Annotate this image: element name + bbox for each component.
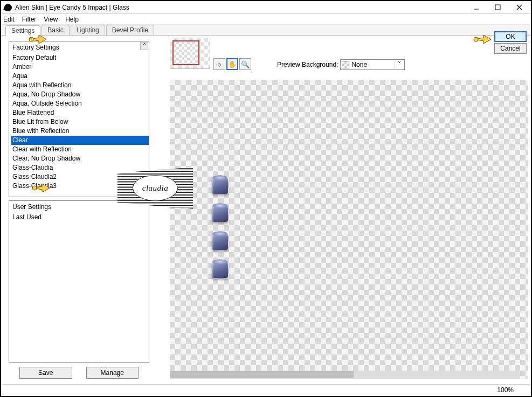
magnifier-icon: 🔍 xyxy=(241,60,250,68)
action-buttons: OK Cancel xyxy=(494,31,528,55)
preview-panel: ⟐ ✋ 🔍 Preview Background: None ˅ OK Canc… xyxy=(156,37,531,383)
list-item[interactable]: Aqua, Outside Selection xyxy=(11,99,149,108)
navigator-tool[interactable]: ⟐ xyxy=(213,58,225,70)
statusbar: 100% xyxy=(2,384,530,395)
preview-background-value: None xyxy=(351,61,367,68)
factory-settings-header: Factory Settings xyxy=(11,43,149,53)
preview-scrollbar-horizontal[interactable] xyxy=(170,371,520,379)
transparency-swatch-icon xyxy=(342,61,349,68)
navigator-icon: ⟐ xyxy=(217,60,222,68)
user-settings-header: User Settings xyxy=(11,202,149,213)
app-icon xyxy=(3,3,13,12)
list-item[interactable]: Blue Lit from Below xyxy=(11,117,149,127)
chevron-down-icon: ˅ xyxy=(395,61,403,68)
hand-icon: ✋ xyxy=(228,60,237,68)
save-button[interactable]: Save xyxy=(19,367,72,379)
tab-basic[interactable]: Basic xyxy=(42,25,69,35)
ok-button[interactable]: OK xyxy=(494,31,527,42)
user-settings-list[interactable]: User Settings Last Used xyxy=(9,200,149,363)
preview-object xyxy=(212,177,228,194)
list-item[interactable]: Clear, No Drop Shadow xyxy=(11,154,149,163)
maximize-button[interactable] xyxy=(487,2,508,13)
list-item[interactable]: Aqua with Reflection xyxy=(11,81,149,90)
thumbnail-selected[interactable] xyxy=(172,40,199,65)
titlebar: Alien Skin | Eye Candy 5 Impact | Glass xyxy=(1,1,531,14)
pan-tool[interactable]: ✋ xyxy=(226,58,238,70)
tab-lighting[interactable]: Lighting xyxy=(71,25,105,35)
menubar: Edit Filter View Help xyxy=(1,14,531,25)
preview-object xyxy=(212,233,228,250)
settings-panel: ˄ Factory Settings Factory DefaultAmberA… xyxy=(1,37,156,383)
svg-rect-1 xyxy=(495,5,500,10)
window-title: Alien Skin | Eye Candy 5 Impact | Glass xyxy=(15,4,129,11)
menu-help[interactable]: Help xyxy=(65,16,79,23)
preview-object xyxy=(212,261,228,278)
list-item[interactable]: Clear xyxy=(11,136,149,145)
zoom-level: 100% xyxy=(497,386,514,394)
menu-edit[interactable]: Edit xyxy=(3,16,15,23)
cancel-button[interactable]: Cancel xyxy=(494,43,527,54)
list-item[interactable]: Clear with Reflection xyxy=(11,145,149,154)
preview-background-select[interactable]: None ˅ xyxy=(340,59,405,70)
list-item[interactable]: Amber xyxy=(11,62,149,72)
list-item[interactable]: Factory Default xyxy=(11,53,149,62)
menu-view[interactable]: View xyxy=(44,16,58,23)
scroll-up-icon[interactable]: ˄ xyxy=(140,42,148,50)
preview-background-label: Preview Background: xyxy=(277,61,338,68)
preview-toolbar: ⟐ ✋ 🔍 xyxy=(213,58,251,70)
minimize-button[interactable] xyxy=(465,2,487,13)
list-item[interactable]: Last Used xyxy=(11,213,149,222)
list-item[interactable]: Aqua, No Drop Shadow xyxy=(11,90,149,99)
menu-filter[interactable]: Filter xyxy=(22,16,37,23)
zoom-tool[interactable]: 🔍 xyxy=(239,58,251,70)
tab-bevel-profile[interactable]: Bevel Profile xyxy=(106,25,154,35)
preview-background-control: Preview Background: None ˅ xyxy=(277,59,405,70)
scrollbar-thumb[interactable] xyxy=(170,371,354,378)
close-button[interactable] xyxy=(508,2,530,13)
tabstrip: Settings Basic Lighting Bevel Profile xyxy=(1,25,531,36)
manage-button[interactable]: Manage xyxy=(86,367,139,379)
list-item[interactable]: Glass-Claudia xyxy=(11,163,149,172)
list-item[interactable]: Blue Flattened xyxy=(11,108,149,117)
preview-object xyxy=(212,205,228,222)
watermark: claudia xyxy=(118,167,193,209)
list-item[interactable]: Aqua xyxy=(11,72,149,81)
list-item[interactable]: Blue with Reflection xyxy=(11,127,149,136)
tab-settings[interactable]: Settings xyxy=(5,25,40,36)
preview-canvas[interactable] xyxy=(170,80,528,379)
thumbnail-strip xyxy=(170,38,210,69)
watermark-text: claudia xyxy=(133,175,178,201)
